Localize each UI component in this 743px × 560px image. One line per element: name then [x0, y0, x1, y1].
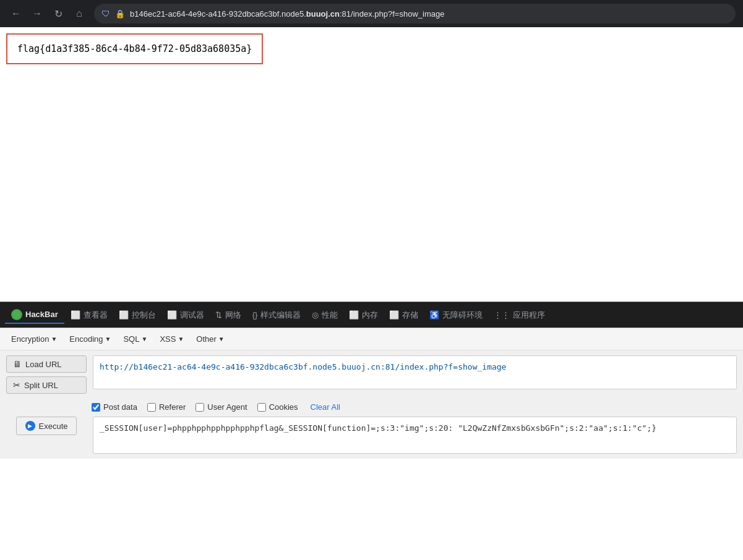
execute-col: ▶ Execute [6, 417, 87, 435]
devtools-debugger-btn[interactable]: ⬜ 调试器 [162, 307, 209, 323]
devtools-inspector-btn[interactable]: ⬜ 查看器 [66, 307, 113, 323]
referer-checkbox-label[interactable]: Referer [147, 402, 186, 412]
split-url-label: Split URL [24, 381, 58, 390]
hackbar-icon [11, 309, 22, 320]
encoding-menu[interactable]: Encoding ▼ [64, 332, 116, 346]
address-bar[interactable]: 🛡 🔒 b146ec21-ac64-4e9c-a416-932dbca6c3bf… [94, 4, 736, 23]
debugger-icon: ⬜ [167, 310, 177, 320]
devtools-style-editor-btn[interactable]: {} 样式编辑器 [247, 307, 306, 323]
url-value: http://b146ec21-ac64-4e9c-a416-932dbca6c… [100, 362, 506, 371]
load-url-button[interactable]: 🖥 Load URL [6, 355, 87, 373]
post-data-area[interactable]: _SESSION[user]=phpphpphpphpphpphpflag&_S… [93, 417, 737, 454]
browser-chrome: ← → ↻ ⌂ 🛡 🔒 b146ec21-ac64-4e9c-a416-932d… [0, 0, 743, 27]
cookies-checkbox-label[interactable]: Cookies [257, 402, 298, 412]
reload-button[interactable]: ↻ [49, 5, 67, 22]
xss-arrow: ▼ [178, 336, 184, 342]
devtools-storage-btn[interactable]: ⬜ 存储 [384, 307, 423, 323]
performance-icon: ◎ [312, 310, 319, 320]
user-agent-checkbox[interactable] [195, 403, 204, 412]
split-url-button[interactable]: ✂ Split URL [6, 376, 87, 394]
home-button[interactable]: ⌂ [71, 5, 88, 22]
cookies-label: Cookies [269, 402, 298, 412]
back-button[interactable]: ← [7, 5, 25, 22]
split-url-icon: ✂ [13, 380, 20, 390]
network-icon: ⇅ [215, 310, 222, 320]
other-label: Other [196, 334, 217, 344]
devtools-memory-btn[interactable]: ⬜ 内存 [344, 307, 383, 323]
inspector-icon: ⬜ [71, 310, 80, 320]
application-icon: ⋮⋮ [494, 310, 510, 320]
hackbar-label: HackBar [25, 310, 58, 319]
encryption-label: Encryption [11, 334, 49, 344]
devtools-network-btn[interactable]: ⇅ 网络 [210, 307, 246, 323]
devtools-console-btn[interactable]: ⬜ 控制台 [114, 307, 161, 323]
accessibility-icon: ♿ [429, 310, 439, 320]
style-editor-icon: {} [252, 310, 258, 320]
hackbar-left-buttons: 🖥 Load URL ✂ Split URL [6, 355, 87, 394]
page-content: flag{d1a3f385-86c4-4b84-9f72-05d83a68035… [0, 27, 743, 302]
referer-checkbox[interactable] [147, 403, 156, 412]
flag-text: flag{d1a3f385-86c4-4b84-9f72-05d83a68035… [17, 43, 252, 54]
execute-label: Execute [39, 422, 68, 431]
xss-menu[interactable]: XSS ▼ [155, 332, 189, 346]
storage-icon: ⬜ [389, 310, 399, 320]
execute-play-icon: ▶ [25, 421, 35, 431]
other-arrow: ▼ [218, 336, 225, 342]
post-data-value: _SESSION[user]=phpphpphpphpphpphpflag&_S… [100, 423, 656, 433]
other-menu[interactable]: Other ▼ [191, 332, 229, 346]
post-data-label: Post data [103, 402, 137, 412]
clear-all-button[interactable]: Clear All [311, 402, 340, 412]
user-agent-label: User Agent [207, 402, 247, 412]
devtools-application-btn[interactable]: ⋮⋮ 应用程序 [489, 307, 550, 323]
devtools-accessibility-btn[interactable]: ♿ 无障碍环境 [424, 307, 487, 323]
sql-menu[interactable]: SQL ▼ [118, 332, 152, 346]
memory-icon: ⬜ [349, 310, 359, 320]
cookies-checkbox[interactable] [257, 403, 266, 412]
load-url-icon: 🖥 [13, 359, 22, 369]
hackbar-bottom-row: ▶ Execute _SESSION[user]=phpphpphpphpphp… [0, 415, 743, 459]
encryption-menu[interactable]: Encryption ▼ [6, 332, 62, 346]
hackbar-menu-bar: Encryption ▼ Encoding ▼ SQL ▼ XSS ▼ Othe… [0, 328, 743, 350]
hackbar-main-row: 🖥 Load URL ✂ Split URL http://b146ec21-a… [0, 350, 743, 399]
hackbar-tab[interactable]: HackBar [5, 307, 64, 324]
encoding-label: Encoding [69, 334, 103, 344]
sql-arrow: ▼ [141, 336, 147, 342]
post-data-checkbox[interactable] [92, 403, 100, 412]
post-data-checkbox-label[interactable]: Post data [92, 402, 137, 412]
execute-button[interactable]: ▶ Execute [16, 417, 77, 435]
lock-icon: 🔒 [115, 9, 125, 19]
clear-all-label: Clear All [311, 402, 340, 412]
xss-label: XSS [160, 334, 176, 344]
encoding-arrow: ▼ [105, 336, 111, 342]
url-input[interactable]: http://b146ec21-ac64-4e9c-a416-932dbca6c… [93, 355, 737, 389]
sql-label: SQL [123, 334, 139, 344]
referer-label: Referer [159, 402, 186, 412]
load-url-label: Load URL [25, 360, 62, 369]
white-space [0, 70, 743, 302]
devtools-performance-btn[interactable]: ◎ 性能 [307, 307, 343, 323]
hackbar-panel: Encryption ▼ Encoding ▼ SQL ▼ XSS ▼ Othe… [0, 328, 743, 459]
user-agent-checkbox-label[interactable]: User Agent [195, 402, 247, 412]
hackbar-options-row: Post data Referer User Agent Cookies Cle… [0, 399, 743, 415]
flag-box: flag{d1a3f385-86c4-4b84-9f72-05d83a68035… [6, 33, 263, 64]
nav-buttons: ← → ↻ ⌂ [7, 5, 88, 22]
shield-icon: 🛡 [101, 9, 110, 19]
encryption-arrow: ▼ [51, 336, 57, 342]
address-text: b146ec21-ac64-4e9c-a416-932dbca6c3bf.nod… [130, 9, 444, 19]
console-icon: ⬜ [119, 310, 129, 320]
forward-button[interactable]: → [28, 5, 46, 22]
devtools-bar: HackBar ⬜ 查看器 ⬜ 控制台 ⬜ 调试器 ⇅ 网络 {} 样式编辑器 … [0, 302, 743, 328]
